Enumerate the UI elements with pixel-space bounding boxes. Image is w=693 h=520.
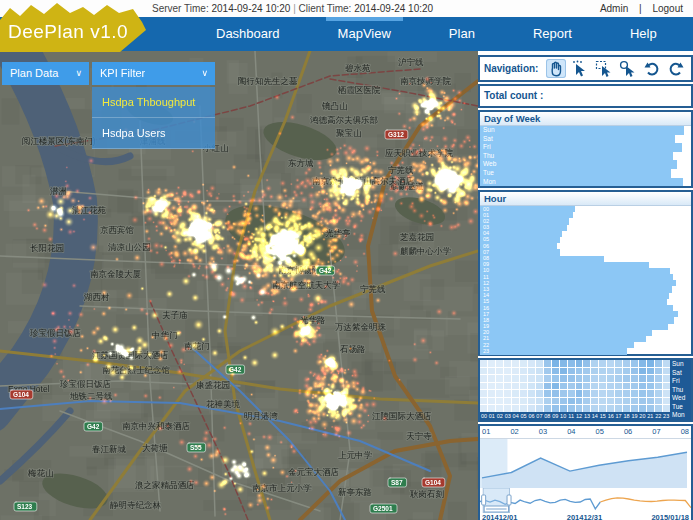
heatmap-cell[interactable] [639, 405, 646, 412]
heatmap-cell[interactable] [655, 390, 662, 397]
heatmap-cell[interactable] [528, 383, 535, 390]
bar-row-tue[interactable]: Tue [480, 169, 691, 178]
heatmap-cell[interactable] [599, 383, 606, 390]
heatmap-cell[interactable] [544, 368, 551, 375]
heatmap-cell[interactable] [496, 360, 503, 367]
heatmap-cell[interactable] [504, 383, 511, 390]
heatmap-cell[interactable] [504, 375, 511, 382]
plan-data-dropdown[interactable]: Plan Data ∨ [2, 62, 89, 85]
heatmap-cell[interactable] [599, 405, 606, 412]
heatmap-cell[interactable] [568, 368, 575, 375]
heatmap-cell[interactable] [663, 360, 670, 367]
heatmap-cell[interactable] [631, 398, 638, 405]
heatmap-cell[interactable] [488, 398, 495, 405]
heatmap-cell[interactable] [615, 375, 622, 382]
heatmap-cell[interactable] [663, 375, 670, 382]
logout-link[interactable]: Logout [652, 3, 683, 14]
heatmap-cell[interactable] [496, 398, 503, 405]
heatmap-cell[interactable] [488, 405, 495, 412]
heatmap-cell[interactable] [536, 405, 543, 412]
heatmap-cell[interactable] [576, 398, 583, 405]
heatmap-cell[interactable] [623, 390, 630, 397]
heatmap-cell[interactable] [512, 405, 519, 412]
heatmap-cell[interactable] [568, 390, 575, 397]
heatmap-cell[interactable] [536, 360, 543, 367]
heatmap-cell[interactable] [528, 405, 535, 412]
heatmap-cell[interactable] [504, 405, 511, 412]
heatmap-cell[interactable] [647, 405, 654, 412]
heatmap-cell[interactable] [512, 368, 519, 375]
heatmap-cell[interactable] [488, 375, 495, 382]
heatmap-cell[interactable] [583, 368, 590, 375]
heatmap-cell[interactable] [591, 398, 598, 405]
heatmap-cell[interactable] [552, 368, 559, 375]
bar-row-sat[interactable]: Sat [480, 135, 691, 144]
heatmap-cell[interactable] [631, 390, 638, 397]
heatmap-cell[interactable] [599, 368, 606, 375]
heatmap-cell[interactable] [504, 390, 511, 397]
heatmap-cell[interactable] [655, 383, 662, 390]
kpi-option-hsdpa-thboughput[interactable]: Hsdpa Thboughput [92, 87, 215, 118]
heatmap-cell[interactable] [488, 368, 495, 375]
heatmap-cell[interactable] [488, 390, 495, 397]
nav-tab-dashboard[interactable]: Dashboard [210, 17, 286, 51]
heatmap-grid[interactable] [480, 360, 670, 412]
heatmap-cell[interactable] [615, 398, 622, 405]
heatmap-cell[interactable] [496, 383, 503, 390]
heatmap-cell[interactable] [536, 390, 543, 397]
heatmap-cell[interactable] [655, 368, 662, 375]
heatmap-cell[interactable] [512, 375, 519, 382]
heatmap-cell[interactable] [599, 398, 606, 405]
heatmap-cell[interactable] [576, 375, 583, 382]
heatmap-cell[interactable] [591, 383, 598, 390]
heatmap-cell[interactable] [512, 390, 519, 397]
heatmap-cell[interactable] [480, 398, 487, 405]
heatmap-cell[interactable] [520, 390, 527, 397]
heatmap-cell[interactable] [568, 405, 575, 412]
heatmap-cell[interactable] [520, 368, 527, 375]
cursor-box-select-icon[interactable] [594, 59, 614, 78]
heatmap-cell[interactable] [480, 405, 487, 412]
nav-tab-mapview[interactable]: MapView [332, 17, 397, 51]
timeline-main-chart[interactable] [480, 439, 691, 488]
heatmap-cell[interactable] [560, 375, 567, 382]
heatmap-cell[interactable] [528, 368, 535, 375]
nav-tab-help[interactable]: Help [624, 17, 663, 51]
heatmap-cell[interactable] [504, 360, 511, 367]
heatmap-cell[interactable] [496, 368, 503, 375]
heatmap-cell[interactable] [576, 405, 583, 412]
heatmap-cell[interactable] [639, 375, 646, 382]
heatmap-cell[interactable] [647, 368, 654, 375]
heatmap-cell[interactable] [639, 368, 646, 375]
heatmap-cell[interactable] [615, 383, 622, 390]
heatmap-cell[interactable] [568, 360, 575, 367]
heatmap-cell[interactable] [576, 390, 583, 397]
heatmap-cell[interactable] [591, 375, 598, 382]
heatmap-cell[interactable] [480, 383, 487, 390]
heatmap-cell[interactable] [528, 360, 535, 367]
heatmap-cell[interactable] [615, 368, 622, 375]
heatmap-cell[interactable] [599, 390, 606, 397]
heatmap-cell[interactable] [544, 405, 551, 412]
heatmap-cell[interactable] [544, 398, 551, 405]
heatmap-cell[interactable] [544, 360, 551, 367]
heatmap-cell[interactable] [576, 368, 583, 375]
heatmap-cell[interactable] [599, 375, 606, 382]
heatmap-cell[interactable] [599, 360, 606, 367]
heatmap-cell[interactable] [480, 368, 487, 375]
heatmap-cell[interactable] [655, 405, 662, 412]
heatmap-cell[interactable] [480, 375, 487, 382]
heatmap-cell[interactable] [536, 383, 543, 390]
map-view[interactable]: Plan Data ∨ KPI Filter ∨ Hsdpa Thboughpu… [0, 51, 478, 520]
kpi-option-hsdpa-users[interactable]: Hsdpa Users [92, 118, 215, 149]
heatmap-cell[interactable] [480, 390, 487, 397]
heatmap-cell[interactable] [639, 398, 646, 405]
heatmap-cell[interactable] [520, 398, 527, 405]
heatmap-cell[interactable] [544, 375, 551, 382]
heatmap-cell[interactable] [560, 405, 567, 412]
undo-icon[interactable] [642, 59, 662, 78]
heatmap-cell[interactable] [591, 360, 598, 367]
heatmap-cell[interactable] [576, 360, 583, 367]
heatmap-cell[interactable] [528, 398, 535, 405]
heatmap-cell[interactable] [552, 383, 559, 390]
